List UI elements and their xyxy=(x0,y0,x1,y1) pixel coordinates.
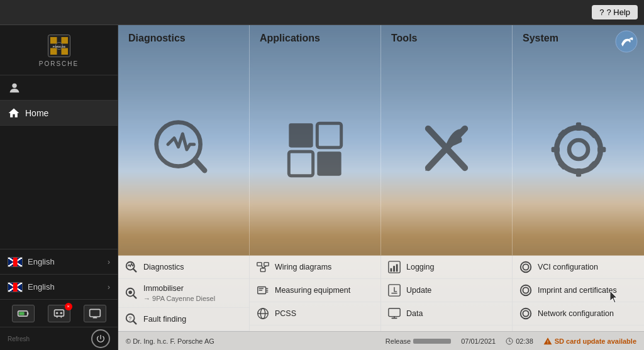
svg-point-9 xyxy=(12,83,16,87)
svg-rect-32 xyxy=(575,123,580,131)
system-icon-area xyxy=(523,49,634,250)
content-area: Diagnostics Applications xyxy=(118,25,644,350)
sidebar-bottom: English › English › xyxy=(0,249,118,350)
sidebar-home-item[interactable]: Home xyxy=(0,101,118,126)
bird-icon xyxy=(615,30,638,53)
svg-rect-12 xyxy=(27,312,28,314)
update-menu-label: Update xyxy=(406,285,431,295)
pcss-menu-item[interactable]: PCSS xyxy=(250,302,380,325)
menu-items-row: Diagnostics Immobiliser → 9PA Cayenne Di… xyxy=(118,256,644,331)
brand-label: PORSCHE xyxy=(39,60,79,67)
update-menu-item[interactable]: Update xyxy=(381,279,512,302)
diagnostics-menu-item[interactable]: Diagnostics xyxy=(118,256,249,279)
warning-icon xyxy=(543,337,552,346)
vci-icon xyxy=(53,307,65,320)
main-layout: PORSCHE PORSCHE Home English › xyxy=(0,25,644,350)
data-menu-item[interactable]: Data xyxy=(381,302,512,325)
logging-menu-item[interactable]: Logging xyxy=(381,256,512,279)
immobiliser-menu-item[interactable]: Immobiliser → 9PA Cayenne Diesel xyxy=(118,279,249,308)
screen-icon xyxy=(89,307,101,320)
lang-label-1: English xyxy=(28,257,103,266)
network-configuration-menu-icon xyxy=(519,307,533,320)
pcss-menu-icon xyxy=(256,307,270,320)
sidebar-spacer xyxy=(0,126,118,249)
clock-icon xyxy=(506,337,513,345)
applications-title: Applications xyxy=(260,33,320,44)
menu-column-tools: Logging Update xyxy=(381,256,513,331)
sidebar-lang-en1[interactable]: English › xyxy=(0,249,118,275)
fault-finding-menu-item[interactable]: ? Fault finding xyxy=(118,308,249,331)
applications-tile[interactable]: Applications xyxy=(250,25,381,256)
refresh-label: Refresh xyxy=(8,336,30,342)
vci-configuration-menu-label: VCI configuration xyxy=(538,262,598,272)
svg-rect-50 xyxy=(260,268,265,272)
vci-configuration-menu-icon xyxy=(519,260,533,274)
release-label: Release xyxy=(386,337,411,345)
svg-rect-68 xyxy=(389,309,400,317)
battery-button[interactable] xyxy=(12,305,35,322)
svg-point-15 xyxy=(60,312,62,314)
system-big-icon xyxy=(547,118,610,181)
help-button[interactable]: ? ? Help xyxy=(592,5,638,19)
svg-point-14 xyxy=(56,312,58,314)
fault-finding-menu-icon: ? xyxy=(125,312,138,326)
top-bar: ? ? Help xyxy=(0,0,644,25)
svg-point-43 xyxy=(128,290,132,294)
sidebar-power-row: Refresh xyxy=(0,327,118,350)
svg-rect-13 xyxy=(54,310,64,316)
svg-point-31 xyxy=(569,140,588,159)
immobiliser-menu-icon xyxy=(125,287,138,300)
sidebar-tools-row: × xyxy=(0,300,118,327)
wiring-diagrams-menu-item[interactable]: Wiring diagrams xyxy=(250,256,380,279)
tools-tile[interactable]: Tools xyxy=(381,25,513,256)
vci-button[interactable]: × xyxy=(48,305,70,322)
release-info: Release xyxy=(386,337,451,345)
sidebar-lang-en2[interactable]: English › xyxy=(0,275,118,300)
screen-button[interactable] xyxy=(84,305,106,322)
applications-icon-area xyxy=(260,49,370,250)
flag-gb-icon xyxy=(8,257,23,267)
time-label: 02:38 xyxy=(516,337,533,345)
tiles-area: Diagnostics Applications xyxy=(118,25,644,331)
user-icon xyxy=(8,81,21,95)
measuring-equipment-menu-item[interactable]: Measuring equipment xyxy=(250,279,380,302)
svg-line-73 xyxy=(509,341,511,342)
pcss-menu-label: PCSS xyxy=(275,309,296,319)
time-info: 02:38 xyxy=(506,337,533,345)
network-configuration-menu-item[interactable]: Network configuration xyxy=(513,302,644,325)
diagnostics-tile[interactable]: Diagnostics xyxy=(118,25,250,256)
data-menu-icon xyxy=(387,307,401,320)
diagnostics-title: Diagnostics xyxy=(128,33,186,44)
sd-alert-label: SD card update available xyxy=(555,337,636,345)
svg-text:?: ? xyxy=(128,316,131,322)
diagnostics-icon-area xyxy=(128,49,239,250)
applications-big-icon xyxy=(284,118,347,181)
logging-menu-icon xyxy=(387,260,401,274)
logging-menu-label: Logging xyxy=(406,262,435,272)
sidebar: PORSCHE PORSCHE Home English › xyxy=(0,25,118,350)
diagnostics-menu-icon xyxy=(125,260,138,274)
date-label: 07/01/2021 xyxy=(461,337,496,345)
power-button[interactable] xyxy=(91,329,110,348)
sd-alert: SD card update available xyxy=(543,337,636,346)
help-label: ? Help xyxy=(606,8,630,17)
battery-icon xyxy=(17,307,30,320)
data-menu-label: Data xyxy=(406,309,423,319)
system-tile[interactable]: System xyxy=(513,25,644,256)
vci-configuration-menu-item[interactable]: VCI configuration xyxy=(513,256,644,279)
svg-rect-27 xyxy=(317,152,341,176)
svg-rect-11 xyxy=(19,312,24,315)
svg-rect-49 xyxy=(264,263,269,266)
category-tiles: Diagnostics Applications xyxy=(118,25,644,256)
imprint-certificates-menu-item[interactable]: Imprint and certificates xyxy=(513,279,644,302)
diagnostics-big-icon xyxy=(152,118,215,181)
measuring-equipment-menu-label: Measuring equipment xyxy=(275,285,350,295)
network-configuration-menu-label: Network configuration xyxy=(538,309,614,319)
svg-rect-25 xyxy=(317,124,341,148)
tools-icon-area xyxy=(391,49,502,250)
fault-finding-menu-label: Fault finding xyxy=(143,314,186,324)
svg-rect-35 xyxy=(597,147,606,152)
menu-column-diagnostics: Diagnostics Immobiliser → 9PA Cayenne Di… xyxy=(118,256,250,331)
porsche-crest-icon: PORSCHE xyxy=(43,33,75,59)
menu-column-system: VCI configuration Imprint and certificat… xyxy=(513,256,644,331)
